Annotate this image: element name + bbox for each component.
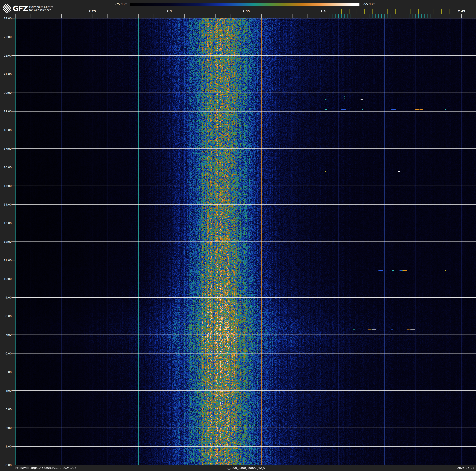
- spectrogram-page: GFZ Helmholtz Centre for Geosciences -75…: [0, 0, 476, 471]
- gfz-globe-icon: [2, 4, 11, 13]
- time-tick-label: 3:00: [0, 408, 12, 411]
- time-tick-label: 23:00: [0, 35, 12, 38]
- freq-tick-label: 2.4: [321, 10, 326, 13]
- logo-acronym: GFZ: [13, 5, 28, 12]
- time-tick-label: 17:00: [0, 147, 12, 150]
- time-tick-label: 12:00: [0, 240, 12, 243]
- time-tick-label: 6:00: [0, 352, 12, 355]
- time-tick-label: 15:00: [0, 184, 12, 187]
- time-tick-label: 21:00: [0, 72, 12, 76]
- time-tick-label: 14:00: [0, 203, 12, 206]
- time-tick-label: 22:00: [0, 54, 12, 57]
- time-tick-label: 13:00: [0, 221, 12, 225]
- time-tick-label: 24:00: [0, 17, 12, 20]
- time-tick-label: 16:00: [0, 165, 12, 169]
- time-tick-label: 7:00: [0, 333, 12, 336]
- spectrogram-heatmap: [15, 18, 476, 465]
- colorbar-max-label: -55 dBm: [363, 3, 375, 6]
- freq-tick-label: 2.3: [167, 10, 172, 13]
- footer-date: 2025-06-01: [457, 466, 474, 470]
- time-tick-label: 9:00: [0, 296, 12, 299]
- time-tick-label: 20:00: [0, 91, 12, 94]
- logo-subtitle-line1: Helmholtz Centre: [29, 5, 53, 8]
- time-tick-label: 19:00: [0, 110, 12, 113]
- time-tick-label: 1:00: [0, 445, 12, 448]
- brand-logo: GFZ Helmholtz Centre for Geosciences: [2, 4, 53, 13]
- time-tick-label: 11:00: [0, 259, 12, 262]
- time-tick-label: 8:00: [0, 314, 12, 318]
- colorbar: [130, 3, 359, 6]
- freq-tick-label: 2.35: [243, 10, 250, 13]
- logo-subtitle: Helmholtz Centre for Geosciences: [29, 5, 53, 12]
- time-tick-label: 5:00: [0, 370, 12, 374]
- time-tick-label: 2:00: [0, 426, 12, 429]
- colorbar-min-label: -75 dBm: [97, 3, 127, 6]
- time-tick-label: 10:00: [0, 277, 12, 281]
- footer-dataset-id: 1_2200_2500_10000_40_0: [15, 466, 476, 470]
- time-tick-label: 4:00: [0, 389, 12, 392]
- freq-tick-label: 2.49: [458, 10, 465, 13]
- logo-subtitle-line2: for Geosciences: [29, 8, 53, 12]
- footer-doi: https://doi.org/10.5880/GFZ.1.2.2024.003: [15, 466, 76, 470]
- time-tick-label: 18:00: [0, 128, 12, 132]
- time-tick-label: 0:00: [0, 463, 12, 467]
- freq-tick-label: 2.25: [89, 10, 96, 13]
